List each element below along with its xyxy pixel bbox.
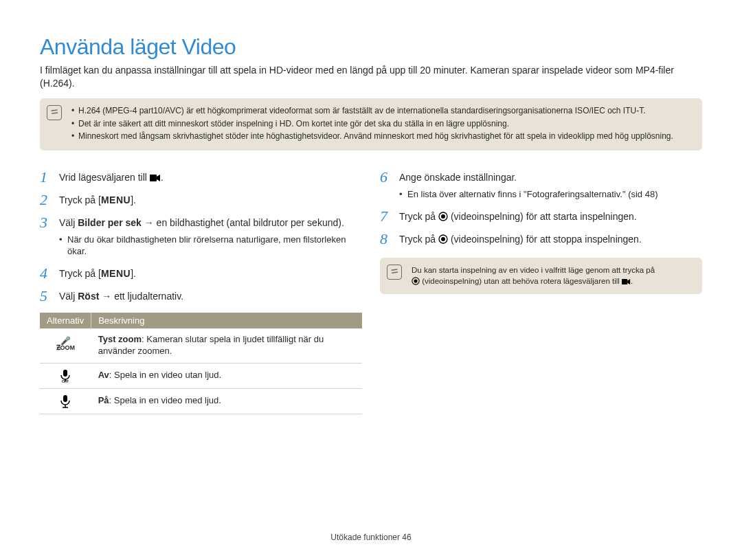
svg-rect-1 (63, 370, 67, 377)
step-sub-bullet: När du ökar bildhastigheten blir rörelse… (59, 234, 362, 258)
step-text: Välj (59, 217, 78, 228)
svg-point-10 (441, 237, 445, 241)
note-bullet: Minneskort med långsam skrivhastighet st… (71, 131, 693, 142)
page-title: Använda läget Video (40, 34, 702, 60)
table-row: 🎤ƵOOM Tyst zoom: Kameran slutar spela in… (40, 328, 362, 363)
table-cell: Tyst zoom: Kameran slutar spela in ljude… (91, 328, 362, 363)
note-text: Du kan starta inspelning av en video i v… (412, 266, 655, 274)
svg-rect-0 (150, 175, 157, 181)
step-4: Tryck på [MENU]. (40, 267, 362, 280)
note-bullet: H.264 (MPEG-4 part10/AVC) är ett högkomp… (71, 105, 693, 117)
note-bullet: Det är inte säkert att ditt minneskort s… (71, 118, 693, 130)
record-icon (438, 212, 448, 221)
table-header-alternativ: Alternativ (40, 313, 91, 328)
cell-bold: På (98, 395, 109, 405)
step-text: (videoinspelning) för att stoppa inspeln… (448, 234, 642, 245)
svg-text:OFF: OFF (62, 379, 69, 383)
step-text: (videoinspelning) för att starta inspeln… (448, 211, 637, 222)
step-text: ]. (131, 194, 136, 205)
table-cell: På: Spela in en video med ljud. (91, 388, 362, 414)
svg-point-12 (414, 280, 417, 283)
svg-rect-13 (622, 279, 627, 284)
step-text: Tryck på (399, 234, 438, 245)
info-note-right: Du kan starta inspelning av en video i v… (380, 258, 702, 293)
two-column-layout: Vrid lägesväljaren till . Tryck på [MENU… (40, 171, 702, 414)
steps-left: Vrid lägesväljaren till . Tryck på [MENU… (40, 171, 362, 303)
step-5: Välj Röst → ett ljudalternativ. (40, 290, 362, 303)
table-cell: Av: Spela in en video utan ljud. (91, 363, 362, 388)
menu-button-label: MENU (101, 268, 131, 279)
table-row: På: Spela in en video med ljud. (40, 388, 362, 414)
page-number: 46 (402, 533, 411, 542)
options-table: Alternativ Beskrivning 🎤ƵOOM Tyst zoom: … (40, 313, 362, 414)
record-icon (412, 277, 420, 285)
step-text: → ett ljudalternativ. (99, 291, 183, 302)
step-text: → en bildhastighet (antal bildrutor per … (142, 217, 344, 228)
step-text: Ange önskade inställningar. (399, 172, 517, 183)
step-text: Tryck på [ (59, 194, 101, 205)
step-bold: Bilder per sek (78, 217, 142, 228)
step-text: Tryck på [ (59, 268, 101, 279)
step-6: Ange önskade inställningar. En lista öve… (380, 171, 702, 200)
zoom-mute-icon: 🎤ƵOOM (40, 328, 91, 363)
camcorder-icon (150, 174, 161, 182)
cell-bold: Tyst zoom (98, 334, 142, 344)
mic-on-icon (40, 388, 91, 414)
intro-text: I filmläget kan du anpassa inställningar… (40, 64, 702, 90)
step-1: Vrid lägesväljaren till . (40, 171, 362, 184)
step-text: Välj (59, 291, 78, 302)
right-column: Ange önskade inställningar. En lista öve… (380, 171, 702, 414)
cell-text: : Spela in en video med ljud. (109, 395, 221, 405)
cell-bold: Av (98, 370, 109, 380)
cell-text: : Spela in en video utan ljud. (109, 370, 221, 380)
step-text: Tryck på (399, 211, 438, 222)
svg-point-8 (441, 214, 445, 219)
menu-button-label: MENU (101, 194, 131, 205)
note-icon (387, 265, 402, 280)
note-icon (47, 105, 62, 120)
table-header-beskrivning: Beskrivning (91, 313, 362, 328)
table-row: OFF Av: Spela in en video utan ljud. (40, 363, 362, 388)
camcorder-icon (622, 278, 631, 285)
step-text: Vrid lägesväljaren till (59, 172, 150, 183)
left-column: Vrid lägesväljaren till . Tryck på [MENU… (40, 171, 362, 414)
page-footer: Utökade funktioner 46 (0, 533, 742, 542)
svg-rect-4 (63, 395, 67, 402)
step-8: Tryck på (videoinspelning) för att stopp… (380, 233, 702, 246)
note-text: . (631, 277, 633, 285)
note-text: (videoinspelning) utan att behöva rotera… (420, 277, 622, 285)
info-note-top: H.264 (MPEG-4 part10/AVC) är ett högkomp… (40, 98, 702, 150)
footer-section: Utökade funktioner (330, 533, 402, 542)
step-text: . (161, 172, 164, 183)
mic-off-icon: OFF (40, 363, 91, 388)
step-2: Tryck på [MENU]. (40, 194, 362, 207)
record-icon (438, 234, 448, 244)
steps-right: Ange önskade inställningar. En lista öve… (380, 171, 702, 245)
step-3: Välj Bilder per sek → en bildhastighet (… (40, 216, 362, 258)
step-bold: Röst (78, 291, 99, 302)
step-sub-bullet: En lista över alternativ finns i "Fotogr… (399, 188, 702, 201)
step-7: Tryck på (videoinspelning) för att start… (380, 210, 702, 223)
step-text: ]. (131, 268, 136, 279)
